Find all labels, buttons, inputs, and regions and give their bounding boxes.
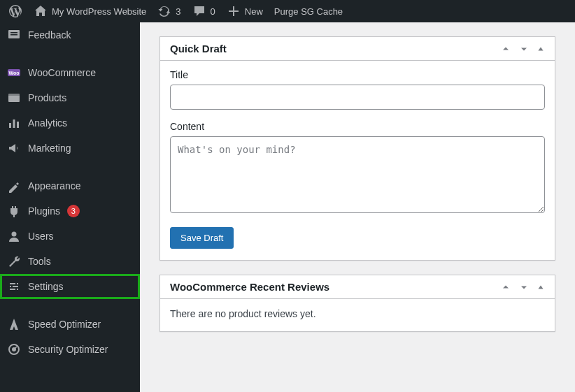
panel-move-down-button[interactable]: [518, 282, 530, 293]
recent-reviews-panel: WooCommerce Recent Reviews There are no …: [159, 275, 555, 332]
svg-rect-6: [8, 94, 20, 96]
site-name-menu[interactable]: My WordPress Website: [28, 0, 152, 22]
sidebar-item-tools[interactable]: Tools: [0, 249, 140, 274]
panel-move-up-button[interactable]: [500, 43, 511, 55]
sidebar-item-feedback[interactable]: Feedback: [0, 22, 140, 48]
recent-reviews-title: WooCommerce Recent Reviews: [170, 281, 329, 293]
title-field-label: Title: [170, 69, 545, 80]
svg-text:Woo: Woo: [8, 71, 19, 75]
wordpress-logo-icon: [8, 4, 22, 18]
sidebar-label-appearance: Appearance: [28, 180, 81, 191]
sidebar-item-products[interactable]: Products: [0, 85, 140, 110]
save-draft-button[interactable]: Save Draft: [170, 227, 234, 249]
plugins-icon: [7, 204, 21, 218]
sidebar-item-settings[interactable]: Settings: [0, 274, 140, 299]
woocommerce-icon: Woo: [7, 66, 21, 80]
sidebar-item-users[interactable]: Users: [0, 224, 140, 249]
panel-move-down-button[interactable]: [518, 43, 530, 55]
security-optimizer-icon: [7, 342, 21, 356]
sidebar-label-plugins: Plugins: [28, 205, 60, 217]
panel-toggle-button[interactable]: [537, 45, 545, 53]
panel-controls: [500, 43, 545, 55]
tools-icon: [7, 254, 21, 268]
quick-draft-title: Quick Draft: [170, 43, 227, 55]
new-content-label: New: [245, 6, 263, 17]
sidebar-label-tools: Tools: [28, 256, 51, 267]
marketing-icon: [7, 141, 21, 155]
recent-reviews-body: There are no product reviews yet.: [160, 299, 555, 331]
home-icon: [34, 4, 48, 18]
sidebar-label-users: Users: [28, 231, 54, 242]
updates-count: 3: [176, 6, 180, 17]
sidebar-label-settings: Settings: [28, 281, 64, 292]
admin-sidebar: Feedback Woo WooCommerce Products Analyt…: [0, 22, 140, 392]
sidebar-item-appearance[interactable]: Appearance: [0, 173, 140, 198]
sidebar-label-analytics: Analytics: [28, 117, 67, 129]
recent-reviews-header: WooCommerce Recent Reviews: [160, 275, 555, 299]
svg-rect-7: [9, 123, 11, 128]
svg-rect-1: [10, 32, 17, 34]
products-icon: [7, 91, 21, 105]
sidebar-label-security-optimizer: Security Optimizer: [28, 344, 108, 355]
quick-draft-header: Quick Draft: [160, 37, 555, 61]
sidebar-item-plugins[interactable]: Plugins 3: [0, 198, 140, 224]
svg-point-10: [12, 232, 17, 237]
speed-optimizer-icon: [7, 317, 21, 331]
main-content: Quick Draft Title Content Save Draft Woo…: [140, 22, 575, 392]
admin-bar: My WordPress Website 3 0 New Purge SG Ca…: [0, 0, 575, 22]
sidebar-item-security-optimizer[interactable]: Security Optimizer: [0, 337, 140, 362]
sidebar-item-woocommerce[interactable]: Woo WooCommerce: [0, 60, 140, 85]
site-name-label: My WordPress Website: [52, 6, 146, 17]
sidebar-label-woocommerce: WooCommerce: [28, 67, 96, 78]
sidebar-item-speed-optimizer[interactable]: Speed Optimizer: [0, 312, 140, 337]
quick-draft-panel: Quick Draft Title Content Save Draft: [159, 36, 555, 261]
updates-icon: [157, 4, 171, 18]
sidebar-label-speed-optimizer: Speed Optimizer: [28, 319, 101, 330]
menu-separator: [0, 48, 140, 60]
feedback-icon: [7, 28, 21, 42]
menu-separator: [0, 299, 140, 312]
new-content-menu[interactable]: New: [221, 0, 269, 22]
plus-icon: [227, 4, 241, 18]
content-field-label: Content: [170, 121, 545, 132]
users-icon: [7, 229, 21, 243]
sidebar-item-marketing[interactable]: Marketing: [0, 136, 140, 161]
comments-icon: [192, 4, 206, 18]
svg-rect-8: [13, 119, 15, 128]
settings-icon: [7, 280, 21, 293]
panel-move-up-button[interactable]: [500, 282, 511, 293]
menu-separator: [0, 161, 140, 173]
comments-menu[interactable]: 0: [187, 0, 221, 22]
no-reviews-message: There are no product reviews yet.: [170, 308, 316, 319]
draft-title-input[interactable]: [170, 85, 545, 110]
comments-count: 0: [211, 6, 215, 17]
sidebar-label-products: Products: [28, 92, 66, 103]
svg-rect-2: [10, 34, 17, 36]
panel-toggle-button[interactable]: [537, 283, 545, 291]
sidebar-label-marketing: Marketing: [28, 143, 71, 154]
purge-cache-button[interactable]: Purge SG Cache: [269, 0, 348, 22]
appearance-icon: [7, 179, 21, 193]
sidebar-label-feedback: Feedback: [28, 29, 71, 41]
panel-controls: [500, 282, 545, 293]
draft-content-textarea[interactable]: [170, 136, 545, 213]
plugins-update-badge: 3: [67, 205, 80, 217]
quick-draft-body: Title Content Save Draft: [160, 61, 555, 260]
sidebar-item-analytics[interactable]: Analytics: [0, 110, 140, 136]
updates-menu[interactable]: 3: [152, 0, 186, 22]
wp-logo-menu[interactable]: [3, 0, 28, 22]
purge-cache-label: Purge SG Cache: [274, 6, 343, 17]
svg-rect-9: [17, 122, 19, 128]
analytics-icon: [7, 116, 21, 130]
